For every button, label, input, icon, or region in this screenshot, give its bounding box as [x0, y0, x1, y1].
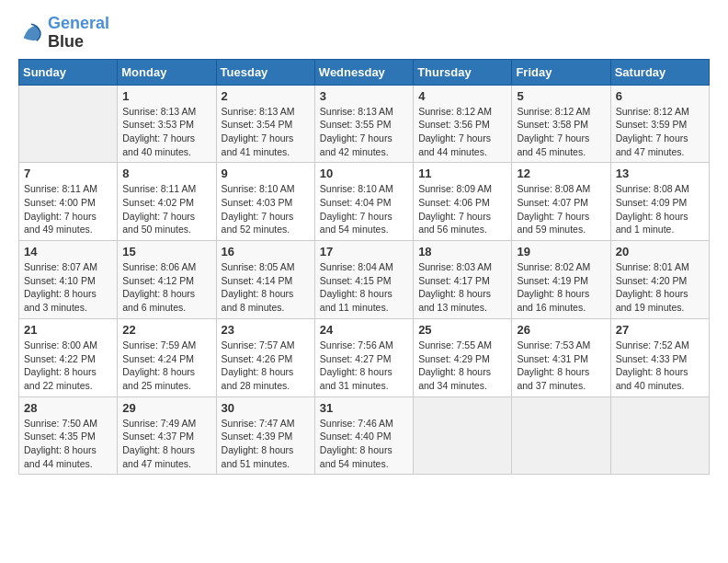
calendar-cell: 25Sunrise: 7:55 AMSunset: 4:29 PMDayligh…: [414, 318, 512, 396]
cell-details: Sunrise: 8:12 AMSunset: 3:59 PMDaylight:…: [616, 105, 704, 159]
day-number: 24: [320, 323, 408, 337]
calendar-cell: 20Sunrise: 8:01 AMSunset: 4:20 PMDayligh…: [610, 241, 709, 319]
day-number: 19: [517, 245, 605, 259]
day-number: 25: [418, 323, 506, 337]
day-number: 14: [24, 245, 112, 259]
day-header-sunday: Sunday: [19, 59, 118, 85]
logo-text: General Blue: [48, 15, 109, 52]
calendar-cell: 11Sunrise: 8:09 AMSunset: 4:06 PMDayligh…: [414, 163, 512, 241]
calendar-cell: 22Sunrise: 7:59 AMSunset: 4:24 PMDayligh…: [118, 318, 216, 396]
day-number: 15: [122, 245, 210, 259]
cell-details: Sunrise: 8:05 AMSunset: 4:14 PMDaylight:…: [222, 260, 310, 315]
cell-details: Sunrise: 7:53 AMSunset: 4:31 PMDaylight:…: [517, 339, 605, 393]
calendar-body: 1Sunrise: 8:13 AMSunset: 3:53 PMDaylight…: [19, 85, 710, 475]
calendar-cell: 12Sunrise: 8:08 AMSunset: 4:07 PMDayligh…: [512, 163, 610, 241]
cell-details: Sunrise: 7:59 AMSunset: 4:24 PMDaylight:…: [122, 339, 210, 393]
day-number: 7: [24, 167, 112, 180]
day-number: 20: [616, 245, 704, 259]
cell-details: Sunrise: 7:55 AMSunset: 4:29 PMDaylight:…: [418, 339, 506, 393]
day-number: 8: [122, 167, 210, 180]
calendar-week-4: 21Sunrise: 8:00 AMSunset: 4:22 PMDayligh…: [19, 318, 710, 396]
calendar-cell: [19, 85, 118, 163]
calendar-cell: 28Sunrise: 7:50 AMSunset: 4:35 PMDayligh…: [19, 396, 118, 475]
cell-details: Sunrise: 7:57 AMSunset: 4:26 PMDaylight:…: [222, 339, 310, 393]
calendar-cell: 8Sunrise: 8:11 AMSunset: 4:02 PMDaylight…: [118, 163, 216, 241]
cell-details: Sunrise: 8:10 AMSunset: 4:04 PMDaylight:…: [320, 182, 408, 236]
calendar-week-5: 28Sunrise: 7:50 AMSunset: 4:35 PMDayligh…: [19, 396, 710, 475]
calendar-cell: 23Sunrise: 7:57 AMSunset: 4:26 PMDayligh…: [216, 318, 314, 396]
day-number: 10: [320, 167, 408, 180]
calendar-week-3: 14Sunrise: 8:07 AMSunset: 4:10 PMDayligh…: [19, 241, 710, 319]
cell-details: Sunrise: 7:49 AMSunset: 4:37 PMDaylight:…: [122, 417, 210, 471]
day-number: 1: [122, 89, 210, 103]
cell-details: Sunrise: 7:56 AMSunset: 4:27 PMDaylight:…: [320, 339, 408, 393]
calendar-cell: 16Sunrise: 8:05 AMSunset: 4:14 PMDayligh…: [216, 241, 314, 319]
day-number: 31: [320, 401, 408, 415]
calendar-cell: 29Sunrise: 7:49 AMSunset: 4:37 PMDayligh…: [118, 396, 216, 475]
day-header-thursday: Thursday: [414, 59, 512, 85]
calendar-week-1: 1Sunrise: 8:13 AMSunset: 3:53 PMDaylight…: [19, 85, 710, 163]
calendar-cell: 9Sunrise: 8:10 AMSunset: 4:03 PMDaylight…: [216, 163, 314, 241]
cell-details: Sunrise: 8:10 AMSunset: 4:03 PMDaylight:…: [222, 182, 310, 236]
cell-details: Sunrise: 8:09 AMSunset: 4:06 PMDaylight:…: [418, 182, 506, 236]
cell-details: Sunrise: 8:13 AMSunset: 3:53 PMDaylight:…: [122, 105, 210, 159]
day-number: 5: [517, 89, 605, 103]
calendar-cell: 30Sunrise: 7:47 AMSunset: 4:39 PMDayligh…: [216, 396, 314, 475]
day-number: 18: [418, 245, 506, 259]
calendar-cell: 31Sunrise: 7:46 AMSunset: 4:40 PMDayligh…: [314, 396, 413, 475]
cell-details: Sunrise: 8:02 AMSunset: 4:19 PMDaylight:…: [517, 260, 605, 315]
calendar-table: SundayMondayTuesdayWednesdayThursdayFrid…: [18, 59, 710, 476]
cell-details: Sunrise: 8:11 AMSunset: 4:02 PMDaylight:…: [122, 182, 210, 236]
cell-details: Sunrise: 8:13 AMSunset: 3:54 PMDaylight:…: [222, 105, 310, 159]
cell-details: Sunrise: 8:11 AMSunset: 4:00 PMDaylight:…: [24, 182, 112, 236]
day-number: 21: [24, 323, 112, 337]
cell-details: Sunrise: 8:03 AMSunset: 4:17 PMDaylight:…: [418, 260, 506, 315]
calendar-cell: 21Sunrise: 8:00 AMSunset: 4:22 PMDayligh…: [19, 318, 118, 396]
cell-details: Sunrise: 8:01 AMSunset: 4:20 PMDaylight:…: [616, 260, 704, 315]
calendar-cell: 27Sunrise: 7:52 AMSunset: 4:33 PMDayligh…: [610, 318, 709, 396]
calendar-week-2: 7Sunrise: 8:11 AMSunset: 4:00 PMDaylight…: [19, 163, 710, 241]
day-number: 29: [122, 401, 210, 415]
calendar-cell: 24Sunrise: 7:56 AMSunset: 4:27 PMDayligh…: [314, 318, 413, 396]
calendar-cell: 19Sunrise: 8:02 AMSunset: 4:19 PMDayligh…: [512, 241, 610, 319]
day-number: 11: [418, 167, 506, 180]
cell-details: Sunrise: 8:00 AMSunset: 4:22 PMDaylight:…: [24, 339, 112, 393]
calendar-cell: 6Sunrise: 8:12 AMSunset: 3:59 PMDaylight…: [610, 85, 709, 163]
calendar-cell: 17Sunrise: 8:04 AMSunset: 4:15 PMDayligh…: [314, 241, 413, 319]
day-number: 2: [222, 89, 310, 103]
cell-details: Sunrise: 7:46 AMSunset: 4:40 PMDaylight:…: [320, 417, 408, 471]
day-number: 26: [517, 323, 605, 337]
day-header-friday: Friday: [512, 59, 610, 85]
cell-details: Sunrise: 8:12 AMSunset: 3:58 PMDaylight:…: [517, 105, 605, 159]
calendar-cell: 3Sunrise: 8:13 AMSunset: 3:55 PMDaylight…: [314, 85, 413, 163]
calendar-cell: 1Sunrise: 8:13 AMSunset: 3:53 PMDaylight…: [118, 85, 216, 163]
day-number: 22: [122, 323, 210, 337]
calendar-cell: 2Sunrise: 8:13 AMSunset: 3:54 PMDaylight…: [216, 85, 314, 163]
logo: General Blue: [18, 15, 109, 52]
day-number: 27: [616, 323, 704, 337]
day-number: 6: [616, 89, 704, 103]
calendar-cell: 10Sunrise: 8:10 AMSunset: 4:04 PMDayligh…: [314, 163, 413, 241]
day-header-wednesday: Wednesday: [314, 59, 413, 85]
calendar-cell: 26Sunrise: 7:53 AMSunset: 4:31 PMDayligh…: [512, 318, 610, 396]
day-number: 30: [222, 401, 310, 415]
calendar-cell: 7Sunrise: 8:11 AMSunset: 4:00 PMDaylight…: [19, 163, 118, 241]
day-header-saturday: Saturday: [610, 59, 709, 85]
cell-details: Sunrise: 8:08 AMSunset: 4:09 PMDaylight:…: [616, 182, 704, 236]
day-number: 3: [320, 89, 408, 103]
calendar-header: SundayMondayTuesdayWednesdayThursdayFrid…: [19, 59, 710, 85]
cell-details: Sunrise: 7:52 AMSunset: 4:33 PMDaylight:…: [616, 339, 704, 393]
calendar-cell: 18Sunrise: 8:03 AMSunset: 4:17 PMDayligh…: [414, 241, 512, 319]
calendar-cell: [512, 396, 610, 475]
cell-details: Sunrise: 8:04 AMSunset: 4:15 PMDaylight:…: [320, 260, 408, 315]
day-number: 9: [222, 167, 310, 180]
calendar-cell: 13Sunrise: 8:08 AMSunset: 4:09 PMDayligh…: [610, 163, 709, 241]
day-header-monday: Monday: [118, 59, 216, 85]
day-number: 4: [418, 89, 506, 103]
cell-details: Sunrise: 7:47 AMSunset: 4:39 PMDaylight:…: [222, 417, 310, 471]
logo-icon: [18, 20, 44, 46]
cell-details: Sunrise: 8:06 AMSunset: 4:12 PMDaylight:…: [122, 260, 210, 315]
calendar-cell: 5Sunrise: 8:12 AMSunset: 3:58 PMDaylight…: [512, 85, 610, 163]
cell-details: Sunrise: 8:12 AMSunset: 3:56 PMDaylight:…: [418, 105, 506, 159]
page-header: General Blue: [18, 15, 710, 52]
